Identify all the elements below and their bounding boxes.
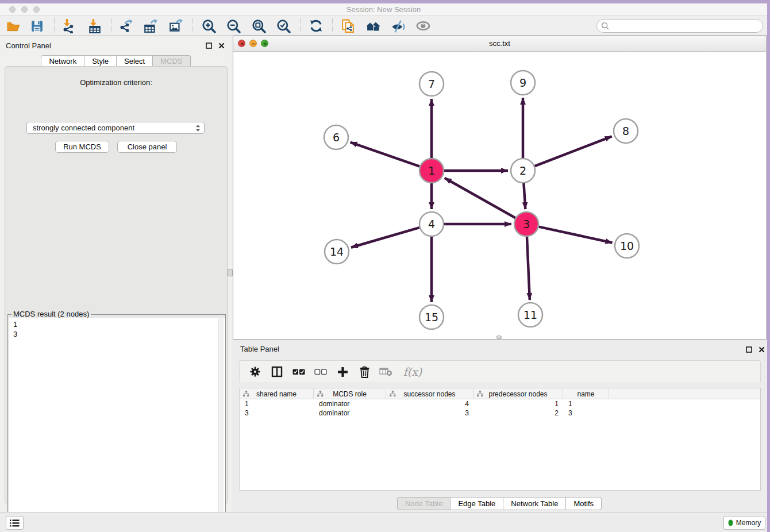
zoom-in-icon [201, 18, 217, 34]
run-mcds-button[interactable]: Run MCDS [55, 141, 109, 153]
table-cell: 1 [473, 399, 563, 408]
delete-table-button[interactable] [379, 364, 394, 379]
table-settings-button[interactable] [248, 364, 263, 379]
search-field [596, 19, 763, 33]
node-label: 8 [622, 125, 629, 137]
edge-3-to-11[interactable] [527, 237, 530, 300]
float-table-panel-button[interactable] [745, 345, 753, 353]
edge-3-to-10[interactable] [538, 227, 612, 243]
save-session-button[interactable] [27, 17, 47, 34]
tab-node-table[interactable]: Node Table [397, 497, 451, 510]
graph-node-2[interactable]: 2 [511, 159, 535, 183]
edge-2-to-3[interactable] [523, 183, 525, 209]
zoom-fit-button[interactable] [249, 17, 268, 34]
function-builder-button[interactable]: f(x) [401, 364, 425, 379]
graph-node-3[interactable]: 3 [514, 212, 538, 236]
memory-status-dot-icon [728, 519, 733, 526]
graph-node-7[interactable]: 7 [419, 72, 444, 96]
minimize-glyph-icon [251, 41, 257, 47]
float-panel-button[interactable] [205, 41, 213, 49]
column-header-name[interactable]: name [563, 388, 609, 399]
open-session-button[interactable] [3, 17, 22, 34]
create-column-button[interactable] [335, 364, 350, 379]
titlebar-close-button[interactable] [9, 6, 16, 13]
zoom-out-icon [226, 18, 241, 34]
export-network-button[interactable] [116, 17, 136, 34]
application-window: { "window": { "title": "Session: New Ses… [0, 0, 770, 532]
show-hide-view-button[interactable] [414, 17, 433, 34]
graph-node-6[interactable]: 6 [324, 125, 348, 149]
zoom-selected-icon [276, 18, 291, 34]
select-all-columns-button[interactable] [291, 364, 306, 379]
network-window-grip[interactable] [496, 336, 502, 339]
zoom-selected-button[interactable] [274, 17, 293, 34]
tab-network-table[interactable]: Network Table [503, 497, 566, 510]
edge-2-to-8[interactable] [535, 136, 612, 166]
mcds-result-title: MCDS result (2 nodes) [11, 310, 91, 318]
graph-node-11[interactable]: 11 [518, 303, 542, 327]
clone-network-button[interactable] [338, 17, 357, 34]
edge-1-to-6[interactable] [351, 142, 420, 167]
network-graph-canvas[interactable]: 7968124314101511 [233, 52, 766, 339]
graph-node-10[interactable]: 10 [615, 234, 639, 258]
edge-4-to-14[interactable] [351, 228, 419, 248]
export-image-button[interactable] [166, 17, 186, 34]
column-header-predecessor-nodes[interactable]: predecessor nodes [473, 388, 563, 399]
mcds-result-text[interactable]: 1 3 [9, 318, 225, 531]
node-label: 10 [620, 240, 634, 252]
graph-node-4[interactable]: 4 [419, 212, 444, 236]
tab-style[interactable]: Style [84, 55, 117, 67]
titlebar-minimize-button[interactable] [21, 6, 28, 13]
tab-motifs[interactable]: Motifs [566, 497, 602, 510]
tab-mcds[interactable]: MCDS [153, 55, 190, 67]
mcds-panel: Optimization criterion: strongly connect… [5, 66, 228, 504]
network-maximize-button[interactable] [261, 40, 268, 47]
criterion-select[interactable]: strongly connected component [26, 122, 205, 134]
zoom-out-button[interactable] [224, 17, 243, 34]
titlebar-zoom-button[interactable] [33, 6, 40, 13]
graph-node-14[interactable]: 14 [325, 240, 349, 264]
panel-splitter-grip[interactable] [228, 269, 233, 276]
node-label: 7 [428, 78, 435, 90]
import-network-button[interactable] [59, 17, 78, 34]
column-header-shared-name[interactable]: shared name [240, 388, 314, 399]
desktop-background-strip-right [767, 0, 770, 532]
delete-column-button[interactable] [357, 364, 372, 379]
hide-graphics-details-button[interactable] [388, 17, 407, 34]
table-cell: 2 [473, 408, 563, 418]
result-scrollbar[interactable] [218, 318, 224, 530]
graph-node-8[interactable]: 8 [614, 119, 638, 143]
zoom-in-button[interactable] [199, 17, 218, 34]
column-label: name [577, 390, 594, 398]
task-history-button[interactable] [6, 516, 24, 530]
table-row[interactable]: 1dominator411 [240, 399, 760, 408]
network-minimize-button[interactable] [249, 40, 257, 47]
graph-node-9[interactable]: 9 [511, 71, 535, 95]
tab-edge-table[interactable]: Edge Table [451, 497, 503, 510]
import-table-button[interactable] [85, 17, 105, 34]
tab-network[interactable]: Network [41, 55, 84, 67]
refresh-button[interactable] [306, 17, 326, 34]
table-row[interactable]: 3dominator323 [240, 408, 760, 418]
close-table-panel-button[interactable] [757, 345, 765, 353]
clone-network-file-icon [340, 18, 356, 34]
column-label: MCDS role [333, 390, 367, 398]
graph-node-1[interactable]: 1 [419, 159, 444, 183]
network-close-button[interactable] [238, 40, 245, 47]
tab-select[interactable]: Select [117, 55, 153, 67]
home-layout-button[interactable] [363, 17, 383, 34]
unselect-all-columns-button[interactable] [313, 364, 328, 379]
table-panel-title: Table Panel [240, 345, 279, 353]
network-window-titlebar[interactable]: scc.txt [233, 36, 766, 52]
export-table-button[interactable] [141, 17, 160, 34]
show-column-panel-button[interactable] [270, 364, 284, 379]
export-network-icon [118, 18, 133, 33]
close-panel-action-button[interactable]: Close panel [117, 141, 177, 153]
memory-status-button[interactable]: Memory [723, 516, 765, 530]
graph-node-15[interactable]: 15 [419, 305, 444, 329]
search-input[interactable] [610, 21, 763, 31]
column-header-mcds-role[interactable]: MCDS role [314, 388, 386, 399]
edge-3-to-1[interactable] [445, 178, 515, 218]
column-header-successor-nodes[interactable]: successor nodes [386, 388, 473, 399]
close-panel-button[interactable] [217, 41, 225, 49]
